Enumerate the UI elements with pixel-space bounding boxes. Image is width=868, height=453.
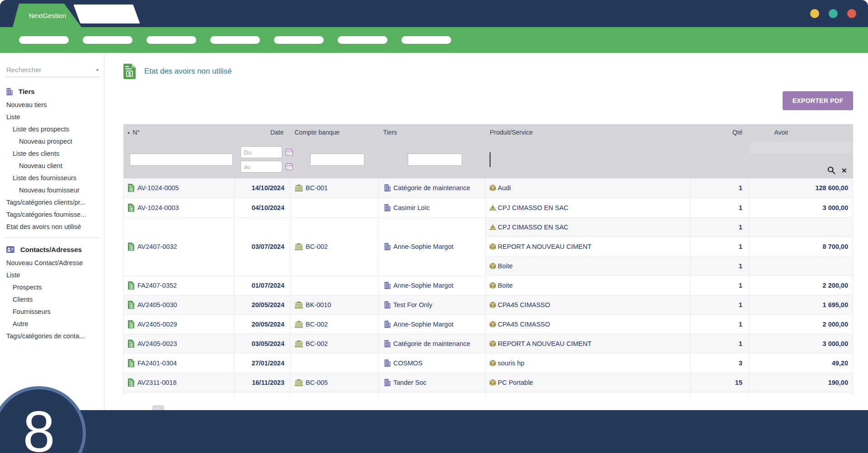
sidebar-item[interactable]: Fournisseurs — [0, 306, 104, 318]
export-pdf-button[interactable]: EXPORTER PDF — [783, 91, 853, 110]
window-control-dot[interactable] — [847, 9, 856, 18]
bank-icon — [295, 379, 303, 386]
sidebar-item[interactable]: Nouveau prospect — [0, 135, 104, 148]
table-row[interactable]: $FA2407-035201/07/2024Anne-Sophie Margot… — [123, 276, 853, 295]
sidebar-item[interactable]: Clients — [0, 294, 104, 306]
sidebar-section-title[interactable]: Tiers — [0, 84, 104, 99]
doc-number-cell[interactable]: $AV2407-0032 — [123, 217, 235, 276]
doc-number-cell[interactable]: $AV-1024-0003 — [123, 198, 235, 217]
column-header-date[interactable]: Date — [235, 124, 290, 140]
sidebar-item[interactable]: Prospects — [0, 281, 104, 294]
invoice-icon: $ — [128, 378, 135, 387]
empty-cell — [379, 392, 486, 396]
column-header-number[interactable]: ▲N° — [123, 124, 235, 140]
sidebar-item[interactable]: Nouveau Contact/Adresse — [0, 257, 104, 269]
svg-text:$: $ — [131, 343, 132, 347]
qty-cell: 1 — [691, 276, 749, 295]
sidebar-divider — [3, 238, 101, 238]
tiers-cell: Anne-Sophie Margot — [379, 276, 486, 295]
sidebar-item[interactable]: Etat des avoirs non utilisé — [0, 221, 104, 233]
bank-account-cell: BK-0010 — [290, 295, 379, 314]
doc-number-cell[interactable]: $FA2401-0304 — [123, 353, 235, 373]
table-row[interactable]: $AV-1024-000304/10/2024Casimir LoïcCPJ C… — [123, 198, 853, 217]
company-icon — [384, 379, 391, 386]
column-header-avoir[interactable]: Avoir — [749, 124, 853, 140]
nav-menu-placeholder[interactable] — [210, 36, 260, 44]
doc-number-cell[interactable]: $AV2405-0023 — [123, 334, 235, 353]
company-icon — [384, 321, 391, 328]
doc-number-cell[interactable]: $FA2407-0352 — [123, 276, 235, 295]
window-control-dot[interactable] — [829, 9, 838, 18]
nav-menu-placeholder[interactable] — [338, 36, 387, 44]
column-header-qty[interactable]: Qté — [691, 124, 749, 140]
calendar-icon[interactable] — [285, 163, 293, 171]
table-row[interactable]: $AV2405-003020/05/2024BK-0010Test For On… — [123, 295, 853, 314]
filter-tiers-input[interactable] — [408, 154, 462, 166]
doc-number: AV2405-0030 — [137, 301, 177, 308]
filter-date-to-input[interactable] — [241, 161, 282, 173]
sidebar-search-select[interactable]: Rechercher ▾ — [5, 64, 99, 77]
company-icon — [384, 243, 391, 250]
clear-filter-icon[interactable]: ✕ — [841, 167, 847, 174]
package-icon — [489, 360, 496, 367]
nav-menu-placeholder[interactable] — [83, 36, 132, 44]
window-control-dot[interactable] — [810, 9, 819, 18]
doc-number-cell[interactable]: $AV2405-0029 — [123, 314, 235, 334]
sidebar-item[interactable]: Liste des prospects — [0, 123, 104, 135]
table-row[interactable]: $AV2405-002920/05/2024BC-002Anne-Sophie … — [123, 314, 853, 334]
doc-number-cell[interactable]: $AV-1024-0005 — [123, 178, 235, 198]
doc-number-cell[interactable]: $AV2311-0018 — [123, 373, 235, 392]
nav-menu-placeholder[interactable] — [19, 36, 69, 44]
credit-note-icon: $ — [123, 64, 136, 79]
column-header-tiers[interactable]: Tiers — [379, 124, 486, 140]
column-header-bank[interactable]: Compte banque — [290, 124, 379, 140]
bank-account-cell: BC-001 — [290, 178, 379, 198]
doc-number-cell[interactable]: $AV2405-0030 — [123, 295, 235, 314]
sidebar-item[interactable]: Liste — [0, 269, 104, 281]
nav-menu-placeholder[interactable] — [274, 36, 324, 44]
column-header-product[interactable]: Produit/Service — [486, 124, 691, 140]
table-row[interactable]: $AV2405-002303/05/2024BC-002Catégorie de… — [123, 334, 853, 353]
brand-name: NextGestion — [29, 12, 66, 19]
filter-date-from-input[interactable] — [241, 146, 282, 158]
calendar-icon[interactable] — [285, 148, 293, 156]
sidebar-item[interactable]: Nouveau fournisseur — [0, 184, 104, 196]
doc-number: FA2401-0304 — [137, 360, 177, 367]
brand-tab[interactable]: NextGestion — [13, 4, 81, 27]
filter-bank-input[interactable] — [310, 154, 364, 166]
doc-number: AV-1024-0003 — [137, 204, 179, 211]
tiers-name: Anne-Sophie Margot — [393, 243, 453, 250]
tiers-cell: Test For Only — [379, 295, 486, 314]
product-name: REPORT A NOUVEAU CIMENT — [498, 340, 591, 347]
nav-menu-placeholder[interactable] — [146, 36, 196, 44]
table-row[interactable]: $AV2407-003203/07/2024BC-002Anne-Sophie … — [123, 217, 853, 237]
sidebar-item[interactable]: Tags/catégories de conta... — [0, 330, 104, 342]
filter-number-input[interactable] — [130, 154, 233, 166]
sidebar-item[interactable]: Liste — [0, 111, 104, 123]
sidebar-item[interactable]: Tags/catégories fournisse... — [0, 209, 104, 221]
table-row[interactable]: $FA2401-030427/01/2024COSMOSsouris hp349… — [123, 353, 853, 373]
invoice-icon: $ — [128, 184, 135, 192]
sidebar-item[interactable]: Liste des fournisseurs — [0, 172, 104, 184]
sidebar-item[interactable]: Autre — [0, 318, 104, 330]
sidebar-item[interactable]: Nouveau tiers — [0, 99, 104, 111]
nav-menu-placeholder[interactable] — [401, 36, 451, 44]
search-icon[interactable] — [827, 166, 835, 174]
inactive-window-tab[interactable] — [73, 5, 140, 23]
svg-text:$: $ — [131, 246, 132, 250]
bank-code: BC-002 — [306, 340, 328, 347]
sidebar-section-title[interactable]: Contacts/Adresses — [0, 242, 104, 257]
tiers-cell: Catégorie de maintenance — [379, 334, 486, 353]
sidebar-item[interactable]: Liste des clients — [0, 148, 104, 160]
table-row[interactable]: $AV2311-001816/11/2023BC-005Tander SocPC… — [123, 373, 853, 392]
product-cell: REPORT A NOUVEAU CIMENT — [486, 237, 691, 256]
amount-cell — [749, 256, 853, 276]
sidebar-item[interactable]: Nouveau client — [0, 160, 104, 172]
filter-amount-input[interactable] — [750, 141, 853, 154]
tiers-name: COSMOS — [393, 360, 422, 367]
table-row[interactable]: $AV-1024-000514/10/2024BC-001Catégorie d… — [123, 178, 853, 198]
tiers-cell: Anne-Sophie Margot — [379, 314, 486, 334]
sidebar-item[interactable]: Tags/catégories clients/pr... — [0, 196, 104, 209]
invoice-icon: $ — [128, 281, 135, 290]
table-row-partial — [123, 392, 853, 396]
